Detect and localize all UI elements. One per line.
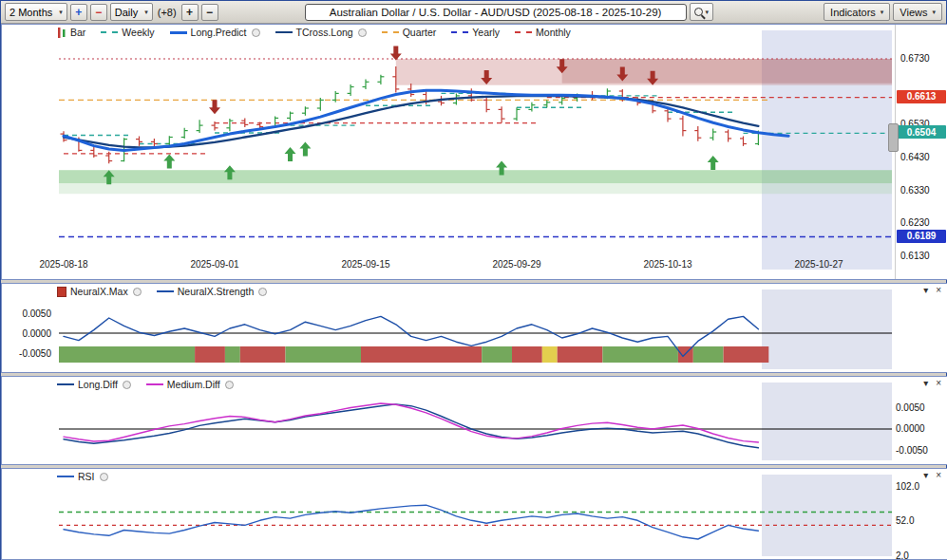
symbol-title[interactable]: Australian Dollar / U.S. Dollar - AUD/US… xyxy=(305,4,687,21)
legend-label: RSI xyxy=(78,471,95,482)
value-label: -0.0050 xyxy=(896,445,945,456)
price-badge: 0.6189 xyxy=(897,230,946,243)
svg-text:2025-10-27: 2025-10-27 xyxy=(794,259,843,270)
chevron-down-icon: ▾ xyxy=(706,9,710,16)
indicators-button[interactable]: Indicators ▾ xyxy=(824,3,890,21)
value-label: 0.0050 xyxy=(8,308,51,319)
price-label: 0.6230 xyxy=(900,217,930,228)
collapse-icon[interactable]: ▾ xyxy=(923,285,928,295)
legend-label: NeuralX.Max xyxy=(70,286,128,297)
svg-text:2025-08-18: 2025-08-18 xyxy=(39,259,88,270)
price-label: 0.6330 xyxy=(900,185,930,196)
legend-item-monthly[interactable]: Monthly xyxy=(515,27,571,38)
rsi-chart[interactable] xyxy=(2,469,947,559)
legend-item-weekly[interactable]: Weekly xyxy=(101,27,154,38)
value-label: 2.0 xyxy=(896,551,945,560)
legend-item-long-diff[interactable]: Long.Diff xyxy=(57,379,131,390)
toolbar: 2 Months ▾ + − Daily ▾ (+8) + − Australi… xyxy=(1,1,946,24)
diff-panel: Long.Diff Medium.Diff 0.00500.0000-0.005… xyxy=(1,376,947,465)
range-select-value: 2 Months xyxy=(9,7,52,18)
views-button-label: Views xyxy=(900,7,927,18)
price-badge: 0.6504 xyxy=(897,125,946,139)
add-panel-button[interactable]: + xyxy=(70,4,87,21)
svg-text:2025-09-01: 2025-09-01 xyxy=(190,259,239,270)
minus-icon: − xyxy=(95,6,102,19)
zoom-in-button[interactable]: + xyxy=(181,4,199,21)
legend-item-neuralx-strength[interactable]: NeuralX.Strength xyxy=(157,286,268,297)
panel-controls: ▾ × xyxy=(923,378,941,388)
info-icon[interactable] xyxy=(358,28,367,37)
legend-item-medium-diff[interactable]: Medium.Diff xyxy=(146,379,234,390)
interval-select[interactable]: Daily ▾ xyxy=(110,3,153,21)
legend-label: Long.Diff xyxy=(78,379,118,390)
minus-icon: − xyxy=(206,6,213,19)
price-chart[interactable]: 2025-08-182025-09-012025-09-152025-09-29… xyxy=(2,25,947,279)
value-label: 0.0050 xyxy=(896,402,945,413)
value-axis: 0.00500.0000-0.0050 xyxy=(896,377,945,464)
collapse-icon[interactable]: ▾ xyxy=(923,378,928,388)
svg-text:2025-09-15: 2025-09-15 xyxy=(341,259,390,270)
tcross-long-line-icon xyxy=(275,31,293,33)
remove-panel-button[interactable]: − xyxy=(90,4,107,21)
price-label: 0.6130 xyxy=(900,251,930,261)
neural-legend: NeuralX.Max NeuralX.Strength xyxy=(57,286,267,297)
legend-item-rsi[interactable]: RSI xyxy=(57,471,108,482)
range-select[interactable]: 2 Months ▾ xyxy=(5,3,67,21)
medium-diff-line-icon xyxy=(146,383,163,385)
search-button[interactable]: ▾ xyxy=(690,3,714,21)
legend-item-yearly[interactable]: Yearly xyxy=(451,27,500,38)
legend-item-bar[interactable]: Bar xyxy=(57,27,85,38)
bars-offset-label: (+8) xyxy=(158,7,177,18)
price-label: 0.6430 xyxy=(900,152,930,162)
neuralx-strength-line-icon xyxy=(157,290,174,292)
price-badge: 0.6613 xyxy=(897,90,946,103)
info-icon[interactable] xyxy=(225,381,234,389)
long-predict-line-icon xyxy=(170,31,187,34)
info-icon[interactable] xyxy=(100,473,108,481)
legend-item-long-predict[interactable]: Long.Predict xyxy=(170,27,260,38)
chevron-down-icon: ▾ xyxy=(144,9,148,16)
legend-item-neuralx-max[interactable]: NeuralX.Max xyxy=(57,286,142,297)
bar-series-icon xyxy=(57,28,66,38)
neuralx-max-icon xyxy=(57,287,66,297)
value-label: 0.0000 xyxy=(896,423,945,434)
chevron-down-icon: ▾ xyxy=(881,9,884,16)
weekly-line-icon xyxy=(101,31,118,33)
search-icon xyxy=(694,8,703,16)
panel-controls: ▾ × xyxy=(923,285,941,295)
legend-item-tcross-long[interactable]: TCross.Long xyxy=(275,27,367,38)
value-axis: 0.00500.0000-0.0050 xyxy=(8,284,51,372)
rsi-line-icon xyxy=(57,476,74,477)
value-label: 102.0 xyxy=(896,481,945,492)
value-label: -0.0050 xyxy=(8,348,51,359)
close-icon[interactable]: × xyxy=(936,378,941,388)
yearly-line-icon xyxy=(451,31,468,33)
info-icon[interactable] xyxy=(258,288,267,296)
legend-item-quarter[interactable]: Quarter xyxy=(382,27,437,38)
value-label: 0.0000 xyxy=(8,328,51,339)
info-icon[interactable] xyxy=(123,381,131,389)
charting-app: 2 Months ▾ + − Daily ▾ (+8) + − Australi… xyxy=(0,0,947,560)
rsi-panel: RSI 102.052.02.0 ▾ × xyxy=(1,468,947,560)
diff-legend: Long.Diff Medium.Diff xyxy=(57,379,234,390)
legend-label: Weekly xyxy=(122,27,154,38)
axis-scroll-handle[interactable] xyxy=(888,123,899,152)
plus-icon: + xyxy=(75,6,82,19)
close-icon[interactable]: × xyxy=(936,470,941,480)
legend-label: Yearly xyxy=(472,27,500,38)
rsi-legend: RSI xyxy=(57,471,108,482)
legend-label: Monthly xyxy=(536,27,571,38)
legend-label: Bar xyxy=(70,27,85,38)
value-label: 52.0 xyxy=(896,515,945,526)
neuralx-panel: NeuralX.Max NeuralX.Strength 0.00500.000… xyxy=(1,283,947,373)
views-button[interactable]: Views ▾ xyxy=(893,3,942,21)
indicators-button-label: Indicators xyxy=(830,7,876,18)
plus-icon: + xyxy=(186,6,193,19)
value-axis: 102.052.02.0 xyxy=(896,469,945,559)
info-icon[interactable] xyxy=(252,28,260,37)
collapse-icon[interactable]: ▾ xyxy=(923,470,928,480)
zoom-out-button[interactable]: − xyxy=(201,4,218,21)
info-icon[interactable] xyxy=(133,288,142,296)
chevron-down-icon: ▾ xyxy=(59,9,63,16)
close-icon[interactable]: × xyxy=(936,285,941,295)
